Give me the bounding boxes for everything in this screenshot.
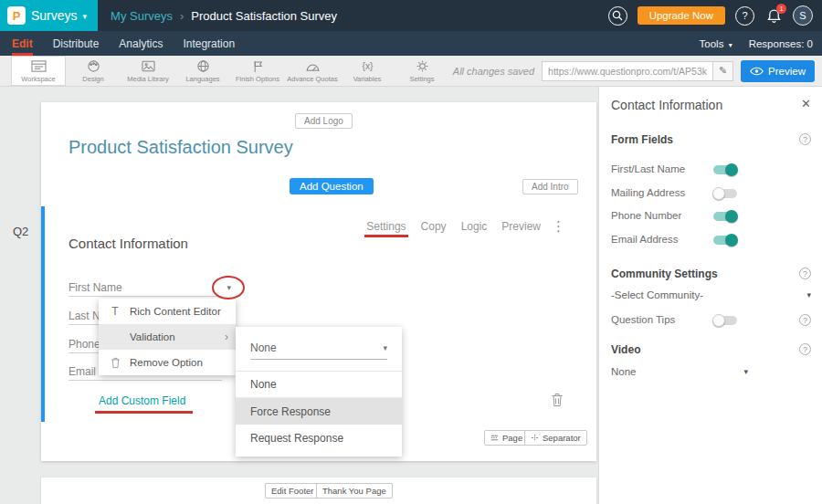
notifications-button[interactable]: 1 [764,6,783,25]
rich-text-icon: T [108,305,122,318]
search-button[interactable] [608,6,627,26]
toggle-question-tips[interactable] [713,316,737,325]
nav-tabs: Edit Distribute Analytics Integration [0,31,235,56]
question-action-row: Settings Copy Logic Preview ⋮ [366,218,565,235]
toggle-phone-number[interactable] [713,212,737,221]
add-custom-field-link[interactable]: Add Custom Field [99,394,185,407]
tab-analytics[interactable]: Analytics [119,31,163,56]
help-icon: ? [742,10,747,21]
svg-text:{x}: {x} [362,61,374,71]
question-copy-link[interactable]: Copy [421,220,447,233]
validation-option-force-response[interactable]: Force Response [236,398,402,425]
toolbar-media-library[interactable]: Media Library [121,56,175,86]
design-icon [85,59,102,73]
help-button[interactable]: ? [735,6,754,26]
separator-button[interactable]: Separator [524,430,587,446]
row-first-last-name: First/Last Name [611,163,811,178]
tab-integration[interactable]: Integration [183,31,235,56]
row-question-tips: Question Tips [611,314,811,329]
responses-count: Responses: 0 [749,38,813,49]
gear-icon [414,59,431,73]
close-icon[interactable]: ✕ [801,97,811,110]
product-switcher[interactable]: P Surveys ▾ [0,0,98,31]
active-question-indicator [41,206,45,422]
survey-url-input[interactable] [543,62,712,80]
question-logic-link[interactable]: Logic [461,220,488,233]
menu-item-remove-option[interactable]: Remove Option [99,350,236,375]
topbar-actions: Upgrade Now ? 1 S [608,0,813,31]
main-nav: Edit Distribute Analytics Integration To… [0,31,822,56]
pencil-icon: ✎ [719,65,727,76]
questionpro-logo: P [7,6,26,25]
field-options-caret-icon[interactable]: ▾ [227,283,231,292]
avatar[interactable]: S [793,5,813,26]
add-intro-button[interactable]: Add Intro [522,179,578,194]
toolbar-settings[interactable]: Settings [395,56,449,86]
tools-menu[interactable]: Tools ▾ [700,38,732,49]
validation-submenu: None ▾ None Force Response Request Respo… [236,327,402,457]
workspace-icon [30,59,47,73]
toggle-mailing-address[interactable] [713,189,737,198]
help-icon[interactable]: ? [799,314,811,326]
validation-option-none[interactable]: None [236,372,402,398]
panel-title: Contact Information [611,98,722,112]
finish-options-icon [249,59,267,73]
survey-url-field: ✎ [542,61,733,81]
field-options-menu: T Rich Content Editor Validation › Remov… [99,299,236,375]
toolbar-design[interactable]: Design [66,56,121,86]
more-options-icon[interactable]: ⋮ [552,218,565,235]
editor-toolbar: Workspace Design Media Library Languages… [0,56,822,87]
preview-button[interactable]: Preview [741,60,815,82]
save-status: All changes saved [453,66,534,77]
toolbar-workspace[interactable]: Workspace [11,56,66,86]
tab-distribute[interactable]: Distribute [53,31,100,56]
question-settings-link[interactable]: Settings [366,220,406,233]
caret-down-icon: ▾ [383,343,387,352]
breadcrumb-my-surveys[interactable]: My Surveys [111,9,173,23]
product-switcher-label: Surveys [31,8,78,23]
advance-quotas-icon [304,59,321,73]
breadcrumb-separator: › [180,9,184,23]
question-preview-link[interactable]: Preview [501,220,541,233]
notification-badge: 1 [776,4,786,14]
nav-right: Tools ▾ Responses: 0 [700,31,813,56]
upgrade-now-button[interactable]: Upgrade Now [638,6,725,25]
edit-url-button[interactable]: ✎ [712,62,732,80]
breadcrumb: My Surveys › Product Satisfaction Survey [111,9,337,23]
caret-down-icon: ▾ [726,41,732,49]
validation-select[interactable]: None ▾ [250,336,387,360]
delete-question-icon[interactable] [551,393,564,411]
help-icon[interactable]: ? [799,343,811,355]
add-question-button[interactable]: Add Question [290,178,374,194]
breadcrumb-current: Product Satisfaction Survey [191,9,337,23]
question-title[interactable]: Contact Information [68,236,188,251]
toolbar-languages[interactable]: Languages [175,56,230,86]
row-mailing-address: Mailing Address [611,187,811,202]
question-settings-panel: Contact Information ✕ Form Fields ? Firs… [598,87,822,504]
media-library-icon [140,59,157,73]
help-icon[interactable]: ? [799,268,811,279]
menu-item-rich-content-editor[interactable]: T Rich Content Editor [99,299,236,324]
thank-you-page-button[interactable]: Thank You Page [316,483,393,499]
toggle-email-address[interactable] [713,236,737,245]
row-phone-number: Phone Number [611,210,811,225]
validation-option-request-response[interactable]: Request Response [236,425,402,451]
field-first-name[interactable]: First Name ▾ [68,281,222,297]
community-select[interactable]: -Select Community- ▾ [611,289,811,300]
annotation-underline-add-custom [95,411,193,414]
edit-footer-button[interactable]: Edit Footer [265,483,320,499]
tab-edit[interactable]: Edit [12,31,33,56]
survey-title[interactable]: Product Satisfaction Survey [68,137,293,158]
caret-down-icon: ▾ [743,367,748,376]
submenu-arrow-icon: › [225,331,228,343]
video-select[interactable]: None ▾ [611,366,748,377]
toolbar-finish-options[interactable]: Finish Options [230,56,285,86]
page-break-icon [490,434,499,442]
languages-icon [195,59,212,73]
toolbar-variables[interactable]: {x} Variables [340,56,395,86]
toggle-first-last-name[interactable] [713,165,737,174]
add-logo-button[interactable]: Add Logo [295,113,353,129]
help-icon[interactable]: ? [799,133,811,145]
toolbar-advance-quotas[interactable]: Advance Quotas [285,56,340,86]
menu-item-validation[interactable]: Validation › [99,324,236,350]
